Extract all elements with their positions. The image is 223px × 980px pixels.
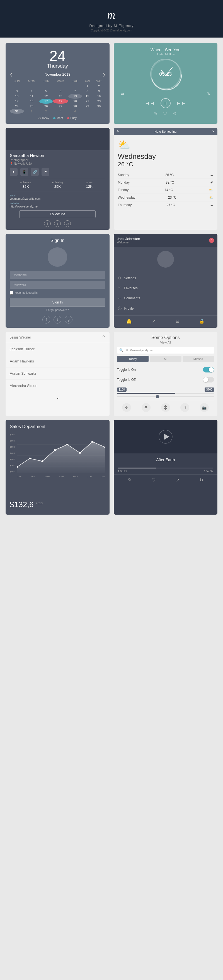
send-icon[interactable]: ➤	[10, 168, 18, 176]
remember-checkbox[interactable]	[10, 291, 13, 294]
mobile-icon[interactable]: 📱	[20, 168, 28, 176]
gplus-icon[interactable]: g+	[64, 220, 71, 227]
cal-day[interactable]: 5	[39, 89, 53, 94]
cal-day[interactable]: 1	[24, 109, 40, 114]
cal-day[interactable]	[68, 84, 82, 89]
list-item[interactable]: Adrian Schwartz	[6, 368, 109, 380]
camera-icon[interactable]: 📷	[200, 403, 209, 412]
cal-day[interactable]	[82, 109, 93, 114]
link-icon[interactable]: 🔗	[31, 168, 39, 176]
share-icon[interactable]: ⇄	[121, 92, 124, 96]
cal-day[interactable]: 10	[10, 94, 24, 99]
airplane-icon[interactable]: ✈	[122, 403, 131, 412]
cal-day[interactable]	[10, 84, 24, 89]
cal-day[interactable]: 3	[10, 89, 24, 94]
cal-day[interactable]: 29	[82, 104, 93, 109]
cal-day[interactable]: 9	[93, 89, 105, 94]
tab-all[interactable]: All	[150, 356, 181, 362]
next-track-button[interactable]: ►►	[176, 100, 186, 106]
prev-track-button[interactable]: ◄◄	[145, 100, 155, 106]
range-bar-2[interactable]	[117, 396, 214, 397]
cal-day[interactable]: 30	[93, 104, 105, 109]
gplus-signin-icon[interactable]: g	[65, 316, 72, 323]
facebook-signin-icon[interactable]: f	[42, 316, 50, 323]
menu-item-favorites[interactable]: ♡ Favorites	[114, 283, 218, 293]
signin-button[interactable]: Sign In	[10, 298, 105, 307]
forgot-password-link[interactable]: Forgot password?	[10, 309, 105, 312]
prev-month-button[interactable]: ❮	[10, 73, 13, 76]
list-item[interactable]: Alexandra Simon	[6, 380, 109, 392]
pause-button[interactable]: ⏸	[160, 98, 171, 108]
cal-day[interactable]: 6	[53, 89, 68, 94]
cal-day[interactable]: 20	[68, 99, 82, 104]
notification-badge[interactable]: 5	[209, 238, 214, 243]
cal-day[interactable]: 18	[24, 99, 40, 104]
close-icon[interactable]: ✕	[212, 130, 215, 133]
bluetooth-icon[interactable]	[161, 403, 170, 412]
follow-button[interactable]: Follow Me	[19, 210, 96, 218]
tab-today[interactable]: Today	[117, 356, 149, 362]
cal-day[interactable]: 3	[53, 109, 68, 114]
cal-day[interactable]: 17	[10, 99, 24, 104]
cal-day[interactable]: 13	[68, 94, 82, 99]
menu-item-profile[interactable]: ⓘ Profile	[114, 303, 218, 314]
cal-day-busy[interactable]: 19	[53, 99, 68, 104]
wifi-icon[interactable]	[141, 403, 151, 412]
cal-day[interactable]	[53, 84, 68, 89]
edit-icon[interactable]: ✎	[154, 111, 157, 116]
cal-day[interactable]: 26	[39, 104, 53, 109]
bookmark-icon[interactable]: ⚑	[42, 168, 49, 176]
list-collapse-icon[interactable]: ⌄	[56, 395, 59, 400]
cal-day[interactable]: 4	[68, 109, 82, 114]
cal-day-meet[interactable]: 17	[39, 99, 53, 104]
cal-day[interactable]: 15	[82, 94, 93, 99]
twitter-signin-icon[interactable]: t	[53, 316, 61, 323]
cal-day[interactable]: 2	[93, 84, 105, 89]
share-icon[interactable]: ↗	[152, 318, 156, 324]
menu-item-comments[interactable]: ▭ Comments	[114, 293, 218, 303]
cal-day[interactable]: 1	[82, 84, 93, 89]
cal-day[interactable]	[93, 109, 105, 114]
toggle-on-switch[interactable]	[203, 367, 214, 372]
password-input[interactable]	[10, 281, 105, 289]
cal-day[interactable]: 27	[53, 104, 68, 109]
heart-icon[interactable]: ♡	[163, 111, 167, 116]
video-timeline[interactable]	[118, 468, 213, 468]
cal-day-today[interactable]: 31	[10, 109, 24, 114]
cal-day[interactable]: 25	[24, 104, 40, 109]
cal-day[interactable]: 21	[82, 99, 93, 104]
cal-day[interactable]	[24, 84, 40, 89]
facebook-icon[interactable]: f	[44, 220, 51, 227]
cal-day[interactable]: 13	[53, 94, 68, 99]
search-input[interactable]	[125, 349, 212, 352]
twitter-icon[interactable]: t	[54, 220, 61, 227]
video-heart-icon[interactable]: ♡	[152, 477, 156, 483]
moon-icon[interactable]: ☽	[180, 403, 189, 412]
sliders-icon[interactable]: ⊟	[176, 318, 179, 324]
toggle-off-switch[interactable]	[203, 377, 214, 382]
cal-day[interactable]: 23	[93, 99, 105, 104]
cal-day[interactable]	[39, 84, 53, 89]
cal-day[interactable]: 7	[68, 89, 82, 94]
video-repeat-icon[interactable]: ↻	[200, 477, 203, 483]
cal-day[interactable]: 16	[93, 94, 105, 99]
bell-icon[interactable]: 🔔	[126, 318, 132, 324]
cal-day[interactable]: 12	[39, 94, 53, 99]
tab-missed[interactable]: Missed	[183, 356, 214, 362]
video-prev-icon[interactable]: ✎	[128, 477, 132, 483]
menu-item-settings[interactable]: ⚙ Settings	[114, 273, 218, 283]
list-item[interactable]: Adam Hawkins	[6, 355, 109, 368]
username-input[interactable]	[10, 271, 105, 279]
cal-day[interactable]: 28	[68, 104, 82, 109]
cal-day[interactable]: 24	[10, 104, 24, 109]
cal-day[interactable]: 8	[82, 89, 93, 94]
range-bar-1[interactable]	[117, 393, 214, 394]
cal-day[interactable]: 11	[24, 94, 40, 99]
smiley-icon[interactable]: ☺	[173, 111, 177, 116]
lock-icon[interactable]: 🔒	[199, 318, 205, 324]
video-share-icon[interactable]: ↗	[176, 477, 179, 483]
list-item[interactable]: Jackson Turner	[6, 343, 109, 355]
repeat-icon[interactable]: ↻	[207, 92, 210, 96]
options-viewall[interactable]: View All	[117, 341, 214, 344]
cal-day[interactable]: 2	[39, 109, 53, 114]
